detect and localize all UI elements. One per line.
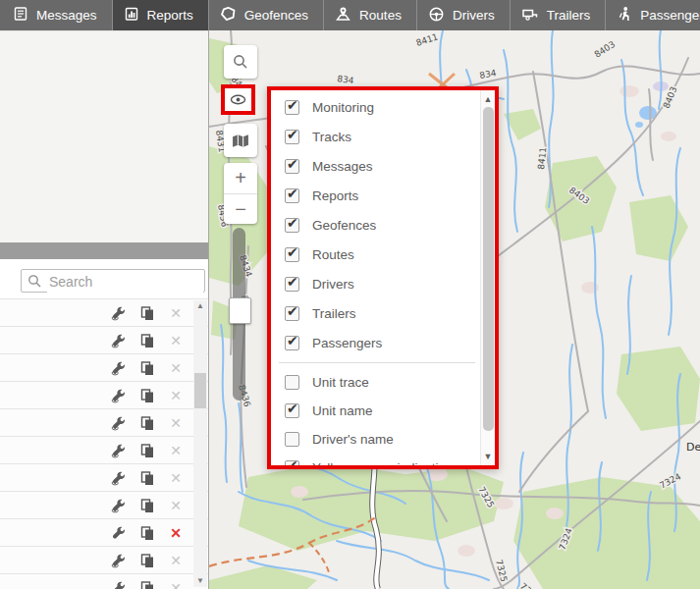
layers-menu-item[interactable]: Monitoring xyxy=(271,92,480,122)
scroll-down-icon[interactable]: ▼ xyxy=(481,450,495,463)
checkbox-label: Reports xyxy=(312,188,358,203)
edit-wrench-icon[interactable] xyxy=(111,525,127,541)
delete-icon[interactable]: ✕ xyxy=(168,333,184,348)
report-template-row[interactable]: ✕ xyxy=(0,518,208,546)
copy-icon[interactable] xyxy=(139,498,155,513)
nav-tab[interactable]: Geofences xyxy=(208,0,323,30)
delete-icon[interactable]: ✕ xyxy=(168,498,184,513)
checkbox[interactable] xyxy=(285,306,299,321)
layers-menu-item[interactable]: Tracks xyxy=(271,122,480,151)
delete-icon[interactable]: ✕ xyxy=(168,443,184,458)
map-source-button[interactable] xyxy=(224,124,257,157)
nav-tab[interactable]: Messages xyxy=(0,0,112,30)
search-box[interactable] xyxy=(21,269,205,293)
checkbox[interactable] xyxy=(285,460,299,465)
zoom-in-button[interactable]: + xyxy=(224,163,257,194)
layers-menu-option[interactable]: Unit trace xyxy=(271,368,480,397)
report-template-row[interactable]: ✕ xyxy=(0,491,208,518)
layers-menu-item[interactable]: Geofences xyxy=(271,210,480,240)
zoom-slider-handle[interactable] xyxy=(229,297,251,324)
copy-icon[interactable] xyxy=(139,525,155,541)
report-template-row[interactable]: ✕ xyxy=(0,573,208,589)
copy-icon[interactable] xyxy=(139,360,155,376)
checkbox[interactable] xyxy=(285,432,299,447)
edit-wrench-icon[interactable] xyxy=(111,443,127,458)
checkbox[interactable] xyxy=(285,130,299,144)
layers-menu-option[interactable]: Yellow course indication xyxy=(271,454,480,465)
delete-icon[interactable]: ✕ xyxy=(168,388,184,403)
drivers-icon xyxy=(428,6,445,26)
report-template-row[interactable]: ✕ xyxy=(0,463,208,491)
layers-menu-item[interactable]: Reports xyxy=(271,181,480,210)
report-template-row[interactable]: ✕ xyxy=(0,298,208,326)
report-template-row[interactable]: ✕ xyxy=(0,326,208,353)
report-template-row[interactable]: ✕ xyxy=(0,353,208,381)
edit-wrench-icon[interactable] xyxy=(111,470,127,486)
map[interactable]: 8455 8411 834 834 8403 8403 8411 8403 84… xyxy=(209,30,700,589)
copy-icon[interactable] xyxy=(139,580,155,589)
layers-menu-option[interactable]: Unit name xyxy=(271,397,480,425)
copy-icon[interactable] xyxy=(139,333,155,348)
delete-icon[interactable]: ✕ xyxy=(168,305,184,321)
menu-scrollbar[interactable]: ▲ ▼ xyxy=(480,90,495,465)
delete-icon[interactable]: ✕ xyxy=(168,580,184,589)
list-scrollbar[interactable]: ▲ ▼ xyxy=(193,300,207,587)
checkbox[interactable] xyxy=(285,247,299,262)
checkbox[interactable] xyxy=(285,403,299,418)
checkbox[interactable] xyxy=(285,100,299,115)
edit-wrench-icon[interactable] xyxy=(111,498,127,513)
checkbox[interactable] xyxy=(285,375,299,390)
edit-wrench-icon[interactable] xyxy=(111,305,127,321)
scroll-up-icon[interactable]: ▲ xyxy=(481,92,495,106)
edit-wrench-icon[interactable] xyxy=(111,580,127,589)
checkbox[interactable] xyxy=(285,159,299,174)
copy-icon[interactable] xyxy=(139,415,155,431)
nav-tab[interactable]: Passengers xyxy=(605,0,700,30)
zoom-out-button[interactable]: − xyxy=(224,194,257,225)
copy-icon[interactable] xyxy=(139,388,155,403)
delete-icon[interactable]: ✕ xyxy=(168,470,184,486)
delete-icon[interactable]: ✕ xyxy=(168,553,184,568)
scroll-up-icon[interactable]: ▲ xyxy=(193,300,207,312)
report-template-row[interactable]: ✕ xyxy=(0,381,208,408)
edit-wrench-icon[interactable] xyxy=(111,553,127,568)
map-layers-visibility-button[interactable] xyxy=(221,84,255,115)
layers-menu-item[interactable]: Passengers xyxy=(271,328,480,357)
checkbox[interactable] xyxy=(285,277,299,292)
copy-icon[interactable] xyxy=(139,553,155,568)
report-template-row[interactable]: ✕ xyxy=(0,546,208,573)
search-input[interactable] xyxy=(47,271,203,293)
layers-menu-item[interactable]: Routes xyxy=(271,240,480,269)
map-search-button[interactable] xyxy=(224,45,257,79)
edit-wrench-icon[interactable] xyxy=(111,333,127,348)
scroll-down-icon[interactable]: ▼ xyxy=(193,575,207,587)
checkbox[interactable] xyxy=(285,188,299,203)
delete-icon[interactable]: ✕ xyxy=(168,415,184,431)
copy-icon[interactable] xyxy=(139,470,155,486)
layers-menu-item[interactable]: Drivers xyxy=(271,269,480,298)
delete-icon[interactable]: ✕ xyxy=(168,360,184,376)
top-navigation: Messages Reports Geofences Routes Driver… xyxy=(0,0,700,30)
edit-wrench-icon[interactable] xyxy=(111,360,127,376)
nav-tab[interactable]: Reports xyxy=(112,0,208,30)
nav-tab[interactable]: Drivers xyxy=(416,0,510,30)
edit-wrench-icon[interactable] xyxy=(111,388,127,403)
checkbox-label: Monitoring xyxy=(312,100,374,115)
delete-icon[interactable]: ✕ xyxy=(168,525,184,541)
checkbox[interactable] xyxy=(285,218,299,233)
report-template-row[interactable]: ✕ xyxy=(0,408,208,436)
checkbox[interactable] xyxy=(285,336,299,350)
copy-icon[interactable] xyxy=(139,443,155,458)
layers-menu-item[interactable]: Trailers xyxy=(271,298,480,328)
list-scrollbar-thumb[interactable] xyxy=(194,373,206,408)
nav-tab[interactable]: Trailers xyxy=(510,0,606,30)
nav-tab[interactable]: Routes xyxy=(323,0,416,30)
zoom-slider[interactable] xyxy=(233,228,245,401)
svg-text:De: De xyxy=(686,441,700,454)
copy-icon[interactable] xyxy=(139,305,155,321)
report-template-row[interactable]: ✕ xyxy=(0,436,208,463)
edit-wrench-icon[interactable] xyxy=(111,415,127,431)
layers-menu-item[interactable]: Messages xyxy=(271,151,480,181)
layers-menu-option[interactable]: Driver's name xyxy=(271,425,480,454)
menu-scrollbar-thumb[interactable] xyxy=(483,107,494,431)
